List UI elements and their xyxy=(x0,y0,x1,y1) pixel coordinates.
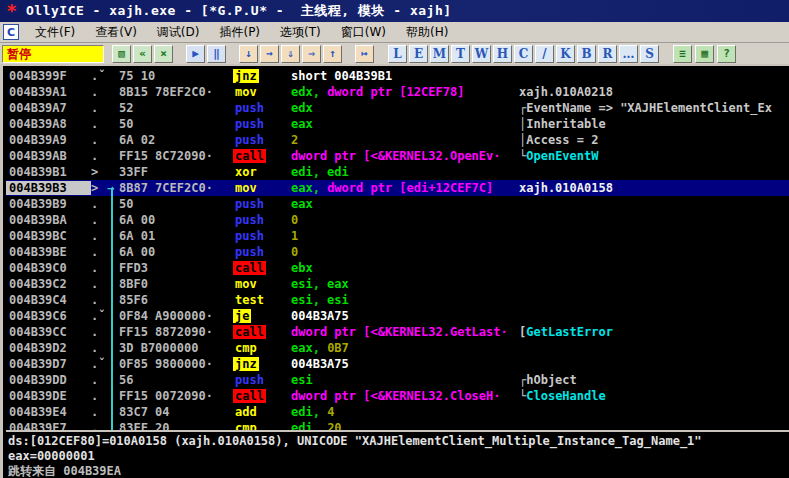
pause-button[interactable]: ‖ xyxy=(207,45,226,63)
operand-token: dword ptr [<&KERNEL32.CloseH· xyxy=(291,389,501,403)
flags-cell: .ˇ xyxy=(91,69,119,83)
disasm-row[interactable]: 004B39A1.8B15 78EF2C0·movedx, dword ptr … xyxy=(6,84,789,100)
disasm-row[interactable]: 004B39AB.FF15 8C72090·calldword ptr [<&K… xyxy=(6,148,789,164)
disasm-row[interactable]: 004B39B3>8B87 7CEF2C0·→moveax, dword ptr… xyxy=(6,180,789,196)
toolbar-letter-k-button[interactable]: K xyxy=(556,45,575,63)
operands-cell: 1 xyxy=(291,229,519,243)
disasm-row[interactable]: 004B39DD.56pushesi┌hObject xyxy=(6,372,789,388)
operand-token: esi xyxy=(291,373,313,387)
address-cell: 004B39AB xyxy=(6,149,91,163)
help-button[interactable]: ? xyxy=(717,45,736,63)
toolbar-letter-s-button[interactable]: S xyxy=(640,45,659,63)
comment-cell: xajh.010A0158 xyxy=(519,181,789,195)
operand-token: edx xyxy=(291,101,313,115)
disasm-row[interactable]: 004B39BA.6A 00push0 xyxy=(6,212,789,228)
toolbar-letter-c-button[interactable]: C xyxy=(514,45,533,63)
mnemonic-cell: mov xyxy=(233,277,291,291)
flags-cell: .ˇ xyxy=(91,357,119,371)
bytes-cell: 3D B7000000 xyxy=(119,341,233,355)
go-to-address-button[interactable]: ↦ xyxy=(355,45,374,63)
bytes-cell: 6A 00 xyxy=(119,213,233,227)
disasm-row[interactable]: 004B39C0.FFD3callebx xyxy=(6,260,789,276)
address-cell: 004B39B3 xyxy=(6,181,91,195)
step-over-button[interactable]: → xyxy=(260,45,279,63)
toolbar-letter-t-button[interactable]: T xyxy=(451,45,470,63)
disasm-row[interactable]: 004B39DE.FF15 0072090·calldword ptr [<&K… xyxy=(6,388,789,404)
toolbar-letter-l-button[interactable]: L xyxy=(388,45,407,63)
disasm-row[interactable]: 004B39BC.6A 01push1 xyxy=(6,228,789,244)
disasm-row[interactable]: 004B39C6.ˇ0F84 A900000·je004B3A75 xyxy=(6,308,789,324)
menu-options[interactable]: 选项(T) xyxy=(270,23,331,41)
disasm-row[interactable]: 004B39CC.FF15 8872090·calldword ptr [<&K… xyxy=(6,324,789,340)
bytes-cell: 83FF 20 xyxy=(119,421,233,430)
disasm-row[interactable]: 004B39C4.85F6testesi, esi xyxy=(6,292,789,308)
animate-over-button[interactable]: ⇒ xyxy=(302,45,321,63)
disasm-row[interactable]: 004B39C2.8BF0movesi, eax xyxy=(6,276,789,292)
flags-cell: . xyxy=(91,421,119,430)
execute-till-return-button[interactable]: ↑ xyxy=(323,45,342,63)
bytes-cell: 85F6 xyxy=(119,293,233,307)
toolbar-letter-slash-button[interactable]: / xyxy=(535,45,554,63)
run-button[interactable]: ▶ xyxy=(186,45,205,63)
log-list-button[interactable]: ≡ xyxy=(673,45,692,63)
restart-button[interactable]: « xyxy=(133,45,152,63)
operand-token: 0 xyxy=(291,213,298,227)
address-cell: 004B39A1 xyxy=(6,85,91,99)
bytes-cell: 52 xyxy=(119,101,233,115)
operand-token: 0 xyxy=(291,245,298,259)
open-file-button[interactable]: ▧ xyxy=(112,45,131,63)
menu-view[interactable]: 查看(V) xyxy=(85,23,147,41)
toolbar-letter-b-button[interactable]: B xyxy=(577,45,596,63)
operands-cell: dword ptr [<&KERNEL32.OpenEv· xyxy=(291,149,519,163)
disasm-row[interactable]: 004B39A8.50pusheax│Inheritable xyxy=(6,116,789,132)
operand-token: esi, eax xyxy=(291,277,349,291)
bytes-cell: 83C7 04 xyxy=(119,405,233,419)
step-into-button[interactable]: ↓ xyxy=(239,45,258,63)
operand-token: edx, xyxy=(291,85,327,99)
bytes-cell: 50 xyxy=(119,197,233,211)
flags-cell: . xyxy=(91,149,119,163)
menu-debug[interactable]: 调试(D) xyxy=(147,23,210,41)
menu-file[interactable]: 文件(F) xyxy=(25,23,85,41)
operands-cell: edx, dword ptr [12CEF78] xyxy=(291,85,519,99)
bytes-cell: FF15 8872090· xyxy=(119,325,233,339)
disasm-row[interactable]: 004B39B1>33FFxoredi, edi xyxy=(6,164,789,180)
toolbar-icon-buttons: ▧«×▶‖↓→⇓⇒↑↦ xyxy=(112,45,376,63)
menu-plugins[interactable]: 插件(P) xyxy=(209,23,270,41)
disasm-row[interactable]: 004B39E4.83C7 04addedi, 4 xyxy=(6,404,789,420)
operand-token: edi, xyxy=(291,421,327,430)
operands-cell: dword ptr [<&KERNEL32.CloseH· xyxy=(291,389,519,403)
disasm-row[interactable]: 004B39E7.83FF 20cmpedi, 20 xyxy=(6,420,789,430)
bytes-cell: 8B15 78EF2C0· xyxy=(119,85,233,99)
title-bar[interactable]: * OllyICE - xajh.exe - [*G.P.U* - 主线程, 模… xyxy=(0,0,789,22)
operands-cell: 004B3A75 xyxy=(291,357,519,371)
toolbar-letter-h-button[interactable]: H xyxy=(493,45,512,63)
operand-token: short 004B39B1 xyxy=(291,69,392,83)
comment-token: ┌hObject xyxy=(519,373,577,387)
animate-into-button[interactable]: ⇓ xyxy=(281,45,300,63)
toolbar-letter-e-button[interactable]: E xyxy=(409,45,428,63)
close-program-button[interactable]: × xyxy=(154,45,173,63)
disasm-row[interactable]: 004B39B9.50pusheax xyxy=(6,196,789,212)
mdi-child-icon[interactable]: C xyxy=(3,24,19,40)
disasm-row[interactable]: 004B39A9.6A 02push2│Access = 2 xyxy=(6,132,789,148)
address-cell: 004B39A8 xyxy=(6,117,91,131)
toolbar-letter-w-button[interactable]: W xyxy=(472,45,491,63)
toolbar-letter-r-button[interactable]: R xyxy=(598,45,617,63)
disasm-row[interactable]: 004B39A7.52pushedx┌EventName => "XAJHEle… xyxy=(6,100,789,116)
disasm-row[interactable]: 004B39D7.ˇ0F85 9800000·jnz004B3A75 xyxy=(6,356,789,372)
disasm-row[interactable]: 004B39D2.3D B7000000cmpeax, 0B7 xyxy=(6,340,789,356)
comment-cell: │Inheritable xyxy=(519,117,789,131)
disasm-row[interactable]: 004B39BE.6A 00push0 xyxy=(6,244,789,260)
menu-window[interactable]: 窗口(W) xyxy=(331,23,396,41)
appearance-button[interactable]: ▦ xyxy=(695,45,714,63)
bytes-cell: 8B87 7CEF2C0·→ xyxy=(119,181,233,195)
menu-help[interactable]: 帮助(H) xyxy=(396,23,458,41)
mnemonic-cell: mov xyxy=(233,181,291,195)
toolbar-letter-more-button[interactable]: … xyxy=(619,45,638,63)
operand-token: 0B7 xyxy=(327,341,349,355)
operand-token: dword ptr [edi+12CEF7C] xyxy=(327,181,493,195)
mnemonic: call xyxy=(233,325,266,339)
disasm-row[interactable]: 004B399F.ˇ75 10jnzshort 004B39B1 xyxy=(6,68,789,84)
toolbar-letter-m-button[interactable]: M xyxy=(430,45,449,63)
